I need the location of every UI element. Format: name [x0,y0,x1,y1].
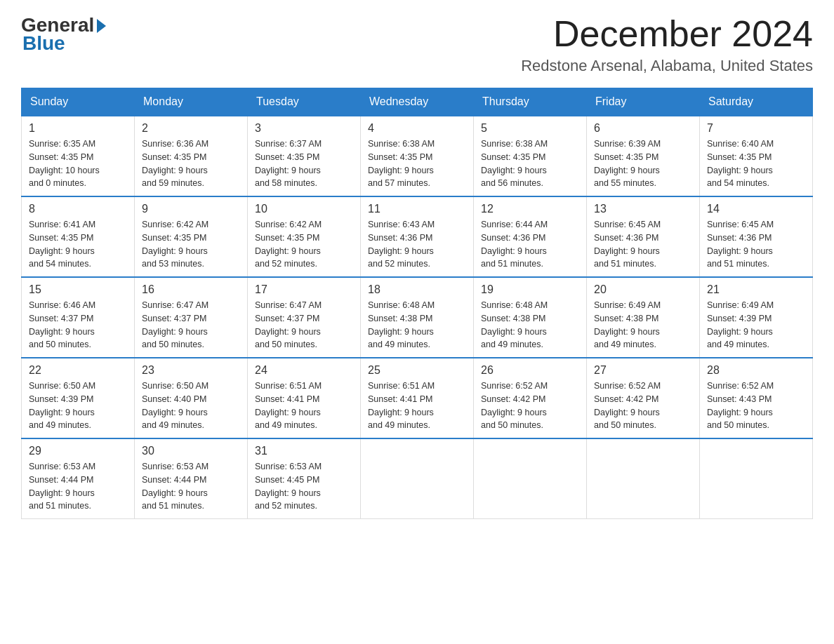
day-number: 23 [142,364,240,377]
day-number: 3 [255,122,353,135]
day-number: 16 [142,283,240,296]
header-wednesday: Wednesday [361,88,474,116]
day-number: 9 [142,203,240,215]
header-saturday: Saturday [700,88,813,116]
header-thursday: Thursday [474,88,587,116]
month-year-title: December 2024 [521,14,813,54]
table-row: 29Sunrise: 6:53 AMSunset: 4:44 PMDayligh… [22,438,135,519]
calendar-week-row: 8Sunrise: 6:41 AMSunset: 4:35 PMDaylight… [22,196,813,277]
table-row: 22Sunrise: 6:50 AMSunset: 4:39 PMDayligh… [22,358,135,438]
day-number: 25 [368,364,466,377]
day-info: Sunrise: 6:42 AMSunset: 4:35 PMDaylight:… [142,218,240,271]
day-info: Sunrise: 6:36 AMSunset: 4:35 PMDaylight:… [142,137,240,190]
table-row [361,438,474,519]
day-number: 5 [481,122,579,135]
table-row: 1Sunrise: 6:35 AMSunset: 4:35 PMDaylight… [22,116,135,196]
table-row: 14Sunrise: 6:45 AMSunset: 4:36 PMDayligh… [700,196,813,277]
table-row: 24Sunrise: 6:51 AMSunset: 4:41 PMDayligh… [248,358,361,438]
table-row: 10Sunrise: 6:42 AMSunset: 4:35 PMDayligh… [248,196,361,277]
table-row [474,438,587,519]
day-number: 18 [368,283,466,296]
table-row: 2Sunrise: 6:36 AMSunset: 4:35 PMDaylight… [135,116,248,196]
day-info: Sunrise: 6:39 AMSunset: 4:35 PMDaylight:… [594,137,692,190]
calendar-week-row: 29Sunrise: 6:53 AMSunset: 4:44 PMDayligh… [22,438,813,519]
header-sunday: Sunday [22,88,135,116]
table-row: 25Sunrise: 6:51 AMSunset: 4:41 PMDayligh… [361,358,474,438]
day-number: 28 [707,364,805,377]
day-number: 30 [142,445,240,457]
calendar-week-row: 1Sunrise: 6:35 AMSunset: 4:35 PMDaylight… [22,116,813,196]
table-row: 28Sunrise: 6:52 AMSunset: 4:43 PMDayligh… [700,358,813,438]
table-row: 3Sunrise: 6:37 AMSunset: 4:35 PMDaylight… [248,116,361,196]
day-number: 8 [29,203,127,215]
day-number: 17 [255,283,353,296]
day-info: Sunrise: 6:37 AMSunset: 4:35 PMDaylight:… [255,137,353,190]
day-info: Sunrise: 6:52 AMSunset: 4:43 PMDaylight:… [707,380,805,432]
day-info: Sunrise: 6:38 AMSunset: 4:35 PMDaylight:… [481,137,579,190]
table-row: 16Sunrise: 6:47 AMSunset: 4:37 PMDayligh… [135,277,248,358]
table-row: 9Sunrise: 6:42 AMSunset: 4:35 PMDaylight… [135,196,248,277]
day-info: Sunrise: 6:41 AMSunset: 4:35 PMDaylight:… [29,218,127,271]
logo-triangle-icon [97,19,106,33]
header-monday: Monday [135,88,248,116]
table-row: 13Sunrise: 6:45 AMSunset: 4:36 PMDayligh… [587,196,700,277]
day-number: 4 [368,122,466,135]
day-info: Sunrise: 6:38 AMSunset: 4:35 PMDaylight:… [368,137,466,190]
day-number: 7 [707,122,805,135]
table-row: 30Sunrise: 6:53 AMSunset: 4:44 PMDayligh… [135,438,248,519]
table-row: 26Sunrise: 6:52 AMSunset: 4:42 PMDayligh… [474,358,587,438]
table-row: 7Sunrise: 6:40 AMSunset: 4:35 PMDaylight… [700,116,813,196]
day-number: 12 [481,203,579,215]
table-row: 4Sunrise: 6:38 AMSunset: 4:35 PMDaylight… [361,116,474,196]
header-tuesday: Tuesday [248,88,361,116]
day-info: Sunrise: 6:53 AMSunset: 4:45 PMDaylight:… [255,460,353,513]
day-info: Sunrise: 6:47 AMSunset: 4:37 PMDaylight:… [255,299,353,351]
day-info: Sunrise: 6:43 AMSunset: 4:36 PMDaylight:… [368,218,466,271]
day-info: Sunrise: 6:51 AMSunset: 4:41 PMDaylight:… [368,380,466,432]
day-info: Sunrise: 6:50 AMSunset: 4:40 PMDaylight:… [142,380,240,432]
day-info: Sunrise: 6:48 AMSunset: 4:38 PMDaylight:… [481,299,579,351]
table-row [700,438,813,519]
day-info: Sunrise: 6:53 AMSunset: 4:44 PMDaylight:… [142,460,240,513]
day-number: 24 [255,364,353,377]
calendar-week-row: 15Sunrise: 6:46 AMSunset: 4:37 PMDayligh… [22,277,813,358]
table-row: 11Sunrise: 6:43 AMSunset: 4:36 PMDayligh… [361,196,474,277]
day-info: Sunrise: 6:52 AMSunset: 4:42 PMDaylight:… [481,380,579,432]
day-info: Sunrise: 6:51 AMSunset: 4:41 PMDaylight:… [255,380,353,432]
table-row: 18Sunrise: 6:48 AMSunset: 4:38 PMDayligh… [361,277,474,358]
day-number: 14 [707,203,805,215]
day-info: Sunrise: 6:44 AMSunset: 4:36 PMDaylight:… [481,218,579,271]
day-number: 21 [707,283,805,296]
day-number: 29 [29,445,127,457]
day-info: Sunrise: 6:53 AMSunset: 4:44 PMDaylight:… [29,460,127,513]
day-info: Sunrise: 6:48 AMSunset: 4:38 PMDaylight:… [368,299,466,351]
day-number: 31 [255,445,353,457]
table-row: 23Sunrise: 6:50 AMSunset: 4:40 PMDayligh… [135,358,248,438]
day-info: Sunrise: 6:35 AMSunset: 4:35 PMDaylight:… [29,137,127,190]
day-info: Sunrise: 6:50 AMSunset: 4:39 PMDaylight:… [29,380,127,432]
table-row: 31Sunrise: 6:53 AMSunset: 4:45 PMDayligh… [248,438,361,519]
logo-blue: Blue [22,32,65,55]
day-info: Sunrise: 6:42 AMSunset: 4:35 PMDaylight:… [255,218,353,271]
table-row: 12Sunrise: 6:44 AMSunset: 4:36 PMDayligh… [474,196,587,277]
table-row: 15Sunrise: 6:46 AMSunset: 4:37 PMDayligh… [22,277,135,358]
table-row [587,438,700,519]
day-number: 27 [594,364,692,377]
page-header: General Blue December 2024 Redstone Arse… [21,14,813,75]
day-info: Sunrise: 6:46 AMSunset: 4:37 PMDaylight:… [29,299,127,351]
day-number: 22 [29,364,127,377]
day-number: 6 [594,122,692,135]
table-row: 21Sunrise: 6:49 AMSunset: 4:39 PMDayligh… [700,277,813,358]
day-number: 11 [368,203,466,215]
day-info: Sunrise: 6:40 AMSunset: 4:35 PMDaylight:… [707,137,805,190]
day-number: 2 [142,122,240,135]
location-subtitle: Redstone Arsenal, Alabama, United States [521,57,813,75]
day-number: 1 [29,122,127,135]
day-number: 19 [481,283,579,296]
day-info: Sunrise: 6:49 AMSunset: 4:39 PMDaylight:… [707,299,805,351]
table-row: 17Sunrise: 6:47 AMSunset: 4:37 PMDayligh… [248,277,361,358]
day-info: Sunrise: 6:52 AMSunset: 4:42 PMDaylight:… [594,380,692,432]
day-number: 13 [594,203,692,215]
day-number: 26 [481,364,579,377]
table-row: 5Sunrise: 6:38 AMSunset: 4:35 PMDaylight… [474,116,587,196]
